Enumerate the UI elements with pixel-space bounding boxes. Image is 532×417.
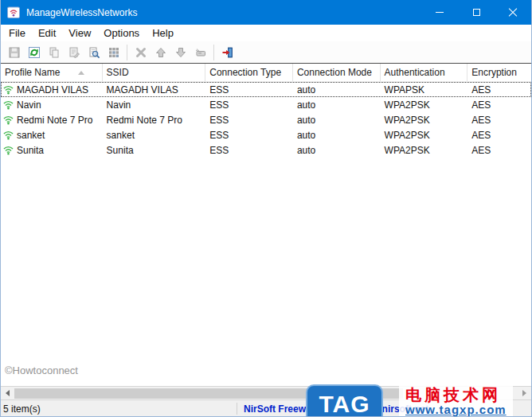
cell-profile-name: MAGADH VILAS bbox=[17, 84, 88, 95]
column-header-ssid[interactable]: SSID bbox=[103, 64, 206, 81]
wifi-icon bbox=[2, 115, 14, 125]
menu-edit[interactable]: Edit bbox=[32, 25, 62, 41]
cell-ssid: Navin bbox=[103, 97, 206, 112]
table-row[interactable]: MAGADH VILAS MAGADH VILAS ESS auto WPAPS… bbox=[1, 82, 531, 97]
wifi-icon bbox=[2, 84, 14, 95]
column-label: Connection Mode bbox=[297, 67, 372, 78]
chevron-right-icon bbox=[522, 390, 526, 396]
exit-button[interactable] bbox=[217, 43, 237, 62]
cell-connection-mode: auto bbox=[293, 142, 381, 158]
table-row[interactable]: Sunita Sunita ESS auto WPA2PSK AES bbox=[1, 142, 531, 158]
cell-connection-mode: auto bbox=[293, 97, 381, 112]
title-bar: ManageWirelessNetworks bbox=[1, 0, 531, 25]
cell-encryption: AES bbox=[467, 112, 531, 127]
column-label: SSID bbox=[107, 67, 129, 78]
column-header-profile-name[interactable]: Profile Name bbox=[1, 64, 103, 81]
site-url: www.tagxp.com bbox=[405, 403, 507, 416]
cell-authentication: WPA2PSK bbox=[381, 127, 468, 142]
wifi-icon bbox=[2, 130, 14, 140]
cell-connection-type: ESS bbox=[205, 112, 293, 127]
cell-connection-type: ESS bbox=[205, 142, 293, 158]
table-row[interactable]: Redmi Note 7 Pro Redmi Note 7 Pro ESS au… bbox=[1, 112, 531, 127]
howtoconnect-watermark: ©Howtoconnect bbox=[5, 364, 78, 376]
table-row[interactable]: Navin Navin ESS auto WPA2PSK AES bbox=[1, 97, 531, 112]
menu-options[interactable]: Options bbox=[97, 25, 146, 41]
move-up-icon bbox=[155, 46, 167, 59]
save-icon bbox=[8, 46, 21, 59]
cell-connection-type: ESS bbox=[205, 97, 293, 112]
column-header-connection-mode[interactable]: Connection Mode bbox=[293, 64, 381, 81]
site-watermark-text: 电脑技术网 www.tagxp.com bbox=[399, 384, 513, 417]
toolbar-separator bbox=[127, 45, 127, 60]
column-label: Authentication bbox=[385, 67, 445, 78]
cell-authentication: WPA2PSK bbox=[381, 112, 468, 127]
cell-profile-name: Sunita bbox=[17, 145, 44, 156]
close-button[interactable] bbox=[495, 0, 531, 25]
column-header-encryption[interactable]: Encryption bbox=[467, 64, 531, 81]
cell-encryption: AES bbox=[467, 97, 531, 112]
move-up-button[interactable] bbox=[151, 43, 170, 62]
cell-profile-name: Redmi Note 7 Pro bbox=[17, 115, 92, 126]
cell-ssid: Redmi Note 7 Pro bbox=[103, 112, 206, 127]
menu-bar: File Edit View Options Help bbox=[1, 25, 531, 41]
app-icon bbox=[7, 6, 20, 19]
statusbar-separator bbox=[237, 403, 237, 415]
window-controls bbox=[421, 0, 531, 25]
find-icon bbox=[88, 46, 100, 59]
site-name: 电脑技术网 bbox=[405, 387, 507, 403]
site-watermark: TAG 电脑技术网 www.tagxp.com bbox=[306, 384, 513, 417]
exit-icon bbox=[221, 46, 234, 59]
close-icon bbox=[508, 8, 518, 18]
menu-help[interactable]: Help bbox=[146, 25, 180, 41]
cell-encryption: AES bbox=[467, 142, 531, 158]
move-down-icon bbox=[174, 46, 187, 59]
copy-icon bbox=[48, 46, 61, 59]
cell-connection-mode: auto bbox=[293, 112, 381, 127]
item-count: 5 item(s) bbox=[3, 403, 41, 415]
column-label: Profile Name bbox=[5, 67, 60, 78]
cell-encryption: AES bbox=[467, 82, 531, 97]
cell-authentication: WPAPSK bbox=[381, 82, 468, 97]
advanced-options-button[interactable] bbox=[190, 43, 210, 62]
cell-encryption: AES bbox=[467, 127, 531, 142]
menu-file[interactable]: File bbox=[2, 25, 32, 41]
move-down-button[interactable] bbox=[170, 43, 190, 62]
chevron-left-icon bbox=[6, 390, 10, 396]
tag-logo: TAG bbox=[306, 384, 383, 417]
cell-connection-type: ESS bbox=[205, 82, 293, 97]
cell-ssid: Sunita bbox=[103, 142, 206, 158]
advanced-options-icon bbox=[194, 46, 207, 59]
find-button[interactable] bbox=[84, 43, 104, 62]
menu-view[interactable]: View bbox=[62, 25, 97, 41]
column-label: Encryption bbox=[471, 67, 517, 78]
minimize-button[interactable] bbox=[421, 0, 458, 25]
scroll-right-button[interactable] bbox=[518, 387, 531, 399]
cell-profile-name: Navin bbox=[17, 99, 41, 111]
column-header-authentication[interactable]: Authentication bbox=[381, 64, 468, 81]
wireless-networks-list: Profile Name SSID Connection Type Connec… bbox=[1, 64, 531, 386]
save-button[interactable] bbox=[4, 43, 24, 62]
cell-connection-type: ESS bbox=[205, 127, 293, 142]
cell-ssid: sanket bbox=[103, 127, 206, 142]
table-row[interactable]: sanket sanket ESS auto WPA2PSK AES bbox=[1, 127, 531, 142]
sort-ascending-icon bbox=[78, 71, 84, 75]
toolbar-separator bbox=[213, 45, 214, 60]
refresh-icon bbox=[28, 46, 41, 59]
wifi-icon bbox=[2, 145, 14, 155]
wifi-icon bbox=[2, 99, 14, 110]
app-window: ManageWirelessNetworks File Edit View Op… bbox=[0, 0, 532, 417]
minimize-icon bbox=[436, 12, 444, 13]
delete-button[interactable] bbox=[131, 43, 151, 62]
toolbar bbox=[1, 41, 531, 64]
column-header-connection-type[interactable]: Connection Type bbox=[205, 64, 293, 81]
properties-button[interactable] bbox=[64, 43, 84, 62]
copy-button[interactable] bbox=[44, 43, 64, 62]
maximize-button[interactable] bbox=[458, 0, 495, 25]
scroll-left-button[interactable] bbox=[1, 387, 14, 399]
html-report-button[interactable] bbox=[104, 43, 123, 62]
column-label: Connection Type bbox=[209, 67, 281, 78]
cell-connection-mode: auto bbox=[293, 82, 381, 97]
window-title: ManageWirelessNetworks bbox=[26, 7, 421, 18]
cell-authentication: WPA2PSK bbox=[381, 97, 468, 112]
refresh-button[interactable] bbox=[24, 43, 44, 62]
